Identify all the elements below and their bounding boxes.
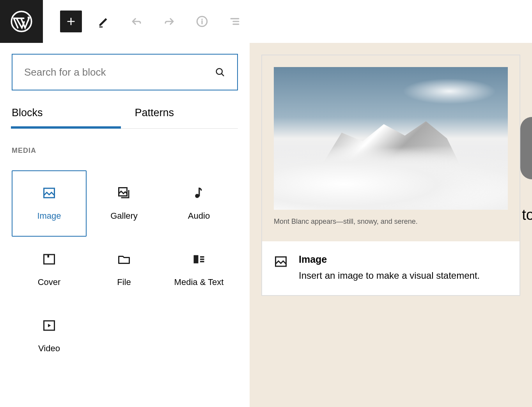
block-audio[interactable]: Audio — [161, 170, 236, 237]
undo-button[interactable] — [126, 11, 147, 32]
category-title: MEDIA — [12, 147, 238, 155]
pencil-icon — [97, 15, 110, 28]
block-label: File — [117, 277, 131, 287]
svg-rect-7 — [48, 255, 50, 258]
toolbar-buttons — [43, 11, 246, 32]
block-grid: Image Gallery Audio Cover File Media & T… — [12, 170, 238, 369]
svg-rect-8 — [194, 255, 199, 264]
block-label: Cover — [38, 277, 61, 287]
outline-button[interactable] — [224, 11, 246, 32]
block-image[interactable]: Image — [12, 170, 87, 237]
preview-panel: to Mont Blanc appears—still, snowy, and … — [250, 43, 532, 407]
add-block-button[interactable] — [60, 11, 82, 32]
edge-text: to — [522, 207, 532, 223]
inserter-panel: Blocks Patterns MEDIA Image Gallery Audi… — [0, 43, 250, 407]
preview-description: Insert an image to make a visual stateme… — [299, 269, 480, 283]
block-video[interactable]: Video — [12, 303, 87, 369]
top-toolbar — [0, 0, 532, 43]
main-layout: Blocks Patterns MEDIA Image Gallery Audi… — [0, 43, 532, 407]
info-icon — [195, 15, 209, 28]
tab-blocks[interactable]: Blocks — [12, 107, 43, 128]
preview-image — [274, 67, 508, 210]
outline-icon — [228, 15, 241, 28]
cover-icon — [42, 252, 56, 266]
block-label: Gallery — [110, 211, 138, 221]
search-box[interactable] — [12, 54, 238, 90]
wordpress-logo[interactable] — [0, 0, 43, 43]
preview-title: Image — [299, 254, 480, 265]
file-icon — [117, 252, 131, 266]
media-text-icon — [192, 252, 206, 266]
block-label: Audio — [188, 211, 210, 221]
info-button[interactable] — [191, 11, 213, 32]
tab-patterns[interactable]: Patterns — [135, 107, 174, 128]
image-icon — [274, 255, 288, 269]
video-icon — [42, 319, 56, 333]
plus-icon — [65, 15, 77, 28]
preview-card: Mont Blanc appears—still, snowy, and ser… — [261, 55, 520, 296]
redo-icon — [163, 15, 176, 28]
block-cover[interactable]: Cover — [12, 237, 87, 303]
preview-caption: Mont Blanc appears—still, snowy, and ser… — [274, 218, 508, 226]
image-icon — [42, 186, 56, 200]
undo-icon — [130, 15, 143, 28]
preview-info: Image Insert an image to make a visual s… — [262, 241, 520, 295]
search-input[interactable] — [24, 66, 215, 78]
block-label: Media & Text — [174, 277, 224, 287]
search-icon — [215, 67, 225, 78]
block-label: Video — [38, 343, 60, 354]
block-file[interactable]: File — [87, 237, 161, 303]
audio-icon — [192, 186, 206, 200]
redo-button[interactable] — [158, 11, 180, 32]
block-media-text[interactable]: Media & Text — [161, 237, 236, 303]
block-gallery[interactable]: Gallery — [87, 170, 161, 237]
edge-decoration — [520, 117, 532, 179]
edit-button[interactable] — [93, 11, 115, 32]
wordpress-icon — [11, 11, 32, 32]
inserter-tabs: Blocks Patterns — [12, 107, 238, 129]
svg-point-2 — [216, 69, 222, 74]
gallery-icon — [117, 186, 131, 200]
block-label: Image — [37, 211, 61, 221]
